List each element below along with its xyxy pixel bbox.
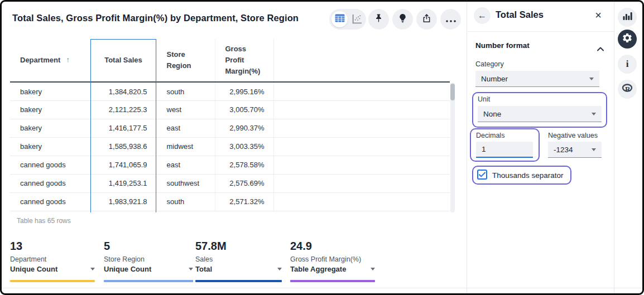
column-header-gross-profit-margin[interactable]: Gross Profit Margin(%): [215, 39, 273, 82]
card-accent-bar: [10, 280, 95, 282]
bottom-divider: [2, 288, 642, 288]
card-dimension: Department: [10, 255, 95, 263]
sort-asc-icon: ↑: [66, 55, 70, 64]
panel-divider: [467, 2, 467, 293]
chevron-down-icon: [371, 268, 375, 270]
table-row[interactable]: canned goods1,419,253.1 southwest2,575.6…: [10, 174, 450, 192]
table-scrollbar-thumb[interactable]: [450, 84, 455, 100]
table-icon: [335, 14, 345, 25]
svg-text:R: R: [625, 85, 631, 93]
table-scrollbar[interactable]: [450, 83, 455, 212]
r-code-button[interactable]: R: [618, 80, 637, 99]
settings-button[interactable]: [618, 30, 637, 49]
summary-card-gross-profit-margin: 24.9 Gross Profit Margin(%) Table Aggreg…: [290, 240, 375, 282]
share-icon: [421, 13, 432, 26]
table-row[interactable]: canned goods1,741,065.9 east2,578.58%: [10, 156, 450, 174]
card-dimension: Sales: [195, 255, 282, 263]
card-value: 24.9: [290, 240, 375, 252]
collapse-section-button[interactable]: [597, 43, 604, 54]
card-accent-bar: [195, 280, 282, 282]
gear-icon: [622, 32, 633, 46]
info-button[interactable]: i: [618, 55, 637, 74]
back-button[interactable]: ←: [474, 7, 491, 24]
decimals-input[interactable]: 1: [476, 142, 533, 158]
unit-select[interactable]: None: [478, 106, 602, 122]
column-header-store-region[interactable]: Store Region: [156, 39, 215, 82]
checkmark-icon: [479, 170, 486, 180]
card-aggregation-select[interactable]: Table Aggregate: [290, 265, 375, 273]
chevron-down-icon: [592, 148, 596, 151]
insights-button[interactable]: [392, 9, 413, 30]
share-button[interactable]: [416, 9, 437, 30]
table-header-row: Department↑ Total Sales Store Region Gro…: [10, 39, 450, 82]
chevron-down-icon: [592, 113, 596, 115]
close-button[interactable]: ×: [590, 7, 606, 23]
negative-values-label: Negative values: [548, 132, 598, 139]
table-row-count: Table has 65 rows: [17, 217, 71, 225]
card-value: 57.8M: [195, 240, 282, 252]
table-view-button[interactable]: [331, 11, 348, 27]
card-aggregation-select[interactable]: Total: [195, 265, 282, 273]
chevron-down-icon: [189, 268, 193, 270]
negative-values-select[interactable]: -1234: [548, 142, 602, 158]
lightbulb-icon: [397, 13, 408, 26]
card-value: 13: [10, 240, 95, 252]
r-logo-icon: R: [621, 82, 633, 96]
page-title: Total Sales, Gross Profit Margin(%) by D…: [12, 13, 299, 23]
scatter-plot-icon: [352, 17, 362, 26]
thousands-separator-label: Thousands separator: [492, 171, 564, 180]
app-window: Total Sales, Gross Profit Margin(%) by D…: [0, 0, 644, 295]
card-dimension: Store Region: [104, 255, 193, 263]
more-button[interactable]: [440, 9, 461, 30]
chevron-down-icon: [277, 268, 282, 270]
card-accent-bar: [104, 280, 193, 282]
column-header-empty: [273, 39, 450, 82]
summary-card-sales: 57.8M Sales Total: [195, 240, 282, 282]
card-aggregation-select[interactable]: Unique Count: [104, 265, 193, 273]
summary-card-store-region: 5 Store Region Unique Count: [104, 240, 193, 282]
table-row[interactable]: bakery1,416,177.5 east2,990.37%: [10, 119, 450, 137]
table-row[interactable]: bakery1,585,938.6 midwest3,003.35%: [10, 137, 450, 156]
chevron-down-icon: [90, 268, 95, 270]
decimals-label: Decimals: [476, 132, 504, 139]
thousands-separator-checkbox[interactable]: [477, 170, 487, 180]
close-icon: ×: [595, 9, 602, 22]
category-select[interactable]: Number: [475, 71, 599, 87]
view-toggle[interactable]: [329, 9, 366, 30]
category-label: Category: [475, 60, 504, 68]
panel-header-divider: [468, 31, 614, 32]
arrow-left-icon: ←: [478, 11, 487, 21]
number-format-section-label: Number format: [475, 41, 530, 50]
column-header-department[interactable]: Department↑: [10, 39, 90, 82]
more-icon: [446, 14, 456, 25]
card-accent-bar: [290, 280, 375, 282]
pin-icon: [373, 13, 384, 26]
table-row[interactable]: bakery1,384,820.5 south2,995.16%: [10, 82, 450, 100]
pin-button[interactable]: [368, 9, 389, 30]
visualization-button[interactable]: [618, 8, 637, 27]
summary-card-department: 13 Department Unique Count: [10, 240, 95, 282]
info-icon: i: [626, 59, 629, 70]
chevron-down-icon: [589, 78, 594, 80]
table-row[interactable]: bakery2,121,225.3 west3,005.70%: [10, 100, 450, 119]
column-header-total-sales[interactable]: Total Sales: [90, 39, 156, 82]
panel-title: Total Sales: [496, 9, 544, 20]
table-row[interactable]: canned goods1,983,921.8 south2,571.32%: [10, 192, 450, 211]
card-aggregation-select[interactable]: Unique Count: [10, 265, 95, 273]
bar-chart-icon: [623, 12, 632, 23]
card-dimension: Gross Profit Margin(%): [290, 255, 375, 263]
unit-label: Unit: [478, 95, 490, 103]
chart-view-button[interactable]: [352, 14, 362, 25]
chevron-up-icon: [597, 43, 604, 53]
data-table: Department↑ Total Sales Store Region Gro…: [10, 39, 455, 212]
card-value: 5: [104, 240, 193, 252]
rail-divider: [614, 2, 614, 293]
